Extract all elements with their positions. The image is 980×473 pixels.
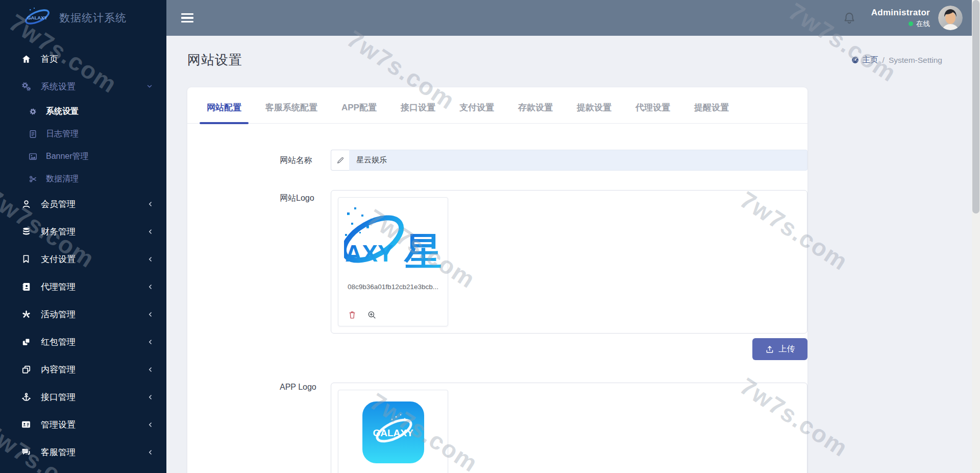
dashboard-icon (851, 56, 860, 64)
sidebar-item-payment-settings[interactable]: 支付设置 (0, 245, 166, 273)
scrollbar-thumb[interactable] (972, 0, 979, 214)
brand[interactable]: GALAXY 数据统计系统 (0, 0, 166, 36)
burst-icon (20, 310, 32, 319)
settings-tabs: 网站配置 客服系统配置 APP配置 接口设置 支付设置 存款设置 提款设置 代理… (187, 87, 807, 124)
app-logo-thumbnail-card: GALAXY (338, 390, 448, 473)
anchor-icon (20, 392, 32, 402)
app-logo-image[interactable]: GALAXY (362, 401, 424, 463)
delete-logo-button[interactable] (348, 310, 357, 320)
svg-text:GALAXY: GALAXY (373, 428, 413, 438)
chevron-down-icon (146, 83, 153, 90)
tab-payment-settings[interactable]: 支付设置 (459, 102, 494, 123)
scissors-icon (28, 175, 38, 183)
address-book-icon (20, 282, 32, 292)
breadcrumb-current: System-Setting (889, 56, 942, 65)
sidebar-nav: 首页 系统设置 系统设置 (0, 45, 166, 466)
tab-withdrawal-settings[interactable]: 提款设置 (577, 102, 611, 123)
chevron-left-icon (148, 339, 153, 345)
sidebar-item-customer-service[interactable]: 客服管理 (0, 438, 166, 466)
bookmark-icon (20, 254, 32, 264)
svg-text:AXY: AXY (345, 240, 394, 267)
menu-toggle-button[interactable] (181, 11, 194, 25)
upload-icon (765, 345, 774, 354)
online-status-dot (909, 21, 913, 26)
website-config-form: 网站名称 网站Logo (187, 124, 807, 473)
sidebar-item-redpacket-management[interactable]: 红包管理 (0, 328, 166, 356)
vertical-scrollbar (972, 0, 980, 473)
gear-icon (28, 107, 38, 116)
tab-website-config[interactable]: 网站配置 (207, 102, 241, 123)
pencil-icon (331, 150, 349, 171)
chevron-left-icon (148, 422, 153, 428)
sidebar-item-agent-management[interactable]: 代理管理 (0, 273, 166, 300)
topbar: Administrator 在线 (166, 0, 972, 36)
chevron-left-icon (148, 284, 153, 290)
sidebar-item-finance-management[interactable]: 财务管理 (0, 218, 166, 245)
tab-agent-settings[interactable]: 代理设置 (635, 102, 670, 123)
site-name-input-group (331, 150, 807, 171)
user-info[interactable]: Administrator 在线 (871, 8, 930, 29)
avatar[interactable] (938, 6, 963, 30)
site-logo-box: AXY 星 08c9b36a01fb12cb21e3bcb... (331, 190, 807, 334)
sidebar-item-interface-management[interactable]: 接口管理 (0, 383, 166, 411)
online-status-label: 在线 (916, 19, 930, 29)
sidebar-item-home[interactable]: 首页 (0, 45, 166, 73)
settings-card: 网站配置 客服系统配置 APP配置 接口设置 支付设置 存款设置 提款设置 代理… (187, 87, 807, 473)
file-text-icon (28, 130, 38, 138)
chevron-left-icon (148, 256, 153, 262)
notifications-bell-icon[interactable] (843, 11, 856, 25)
chevron-left-icon (148, 312, 153, 317)
username: Administrator (871, 8, 930, 18)
site-logo-thumbnail-card: AXY 星 08c9b36a01fb12cb21e3bcb... (338, 197, 448, 326)
chevron-left-icon (148, 229, 153, 234)
chevron-left-icon (148, 367, 153, 372)
tab-reminder-settings[interactable]: 提醒设置 (694, 102, 729, 123)
user-icon (20, 199, 32, 209)
svg-text:GALAXY: GALAXY (27, 15, 47, 20)
chevron-left-icon (148, 450, 153, 455)
site-name-label: 网站名称 (280, 150, 331, 171)
tab-app-config[interactable]: APP配置 (341, 102, 377, 123)
breadcrumb-home-link[interactable]: 主页 (851, 55, 878, 65)
database-icon (20, 227, 32, 236)
site-logo-filename: 08c9b36a01fb12cb21e3bcb... (344, 283, 443, 291)
sidebar-item-member-management[interactable]: 会员管理 (0, 190, 166, 218)
sidebar-item-system-settings[interactable]: 系统设置 (0, 73, 166, 100)
sidebar-item-activity-management[interactable]: 活动管理 (0, 300, 166, 328)
copy-icon (20, 365, 32, 374)
galaxy-logo-icon: GALAXY (22, 7, 52, 29)
chevron-left-icon (148, 201, 153, 207)
id-card-icon (20, 419, 32, 430)
tab-deposit-settings[interactable]: 存款设置 (518, 102, 553, 123)
clone-icon (20, 337, 32, 347)
sidebar-item-admin-settings[interactable]: 管理设置 (0, 411, 166, 438)
sidebar-subitem-log-management[interactable]: 日志管理 (0, 123, 166, 145)
image-icon (28, 152, 38, 161)
sidebar: GALAXY 数据统计系统 首页 系统设置 (0, 0, 166, 473)
page-title: 网站设置 (187, 51, 242, 69)
sidebar-subitem-banner-management[interactable]: Banner管理 (0, 145, 166, 168)
app-logo-label: APP Logo (280, 383, 331, 473)
cogs-icon (20, 81, 32, 91)
breadcrumb-separator: / (883, 56, 885, 65)
tab-customer-service-config[interactable]: 客服系统配置 (265, 102, 317, 123)
home-icon (20, 54, 32, 64)
site-logo-image[interactable]: AXY 星 (344, 204, 443, 276)
site-name-input[interactable] (349, 150, 807, 171)
sidebar-item-content-management[interactable]: 内容管理 (0, 356, 166, 383)
upload-button[interactable]: 上传 (752, 338, 807, 360)
app-title: 数据统计系统 (59, 11, 127, 25)
main-content: 网站设置 主页 / System-Setting 网站配置 客服系统配置 APP… (166, 36, 972, 473)
sidebar-subitem-system-settings[interactable]: 系统设置 (0, 100, 166, 123)
chevron-left-icon (148, 394, 153, 400)
site-logo-label: 网站Logo (280, 190, 331, 334)
svg-text:星: 星 (403, 230, 442, 273)
app-logo-box: GALAXY (331, 383, 807, 473)
comments-icon (20, 447, 32, 457)
preview-logo-button[interactable] (367, 310, 377, 320)
tab-interface-settings[interactable]: 接口设置 (401, 102, 435, 123)
breadcrumb: 主页 / System-Setting (851, 55, 942, 65)
sidebar-subitem-data-cleanup[interactable]: 数据清理 (0, 168, 166, 190)
